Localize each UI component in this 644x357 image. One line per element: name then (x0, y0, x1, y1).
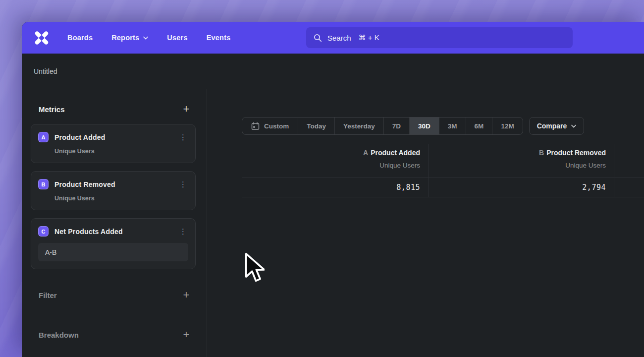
range-label: Today (307, 122, 326, 130)
metric-name: Product Added (371, 149, 420, 157)
metric-letter-badge: A (38, 132, 49, 142)
filter-label: Filter (39, 291, 57, 299)
add-metric-button[interactable]: + (181, 104, 192, 114)
range-7d[interactable]: 7D (383, 118, 409, 134)
metric-letter-badge: B (38, 179, 49, 189)
add-filter-button[interactable]: + (181, 290, 192, 300)
search-placeholder: Search (327, 34, 351, 42)
results-column-a: AProduct Added Unique Users 8,815 (242, 144, 429, 197)
nav-item-label: Users (167, 34, 187, 42)
range-label: 7D (392, 122, 401, 130)
search-shortcut-hint: ⌘ + K (359, 33, 379, 42)
range-6m[interactable]: 6M (466, 118, 492, 134)
date-range-toolbar: Custom Today Yesterday 7D 30D 3M 6M 12M … (242, 117, 644, 135)
calendar-icon (251, 122, 260, 130)
metric-letter: A (363, 149, 368, 157)
nav-item-label: Events (207, 34, 231, 42)
top-nav: Boards Reports Users Events (22, 22, 644, 54)
search-input[interactable]: Search ⌘ + K (306, 27, 573, 48)
compare-label: Compare (537, 122, 567, 130)
kebab-menu-icon[interactable]: ⋮ (178, 228, 188, 235)
query-sidebar: Metrics + A Product Added ⋮ Unique Users… (22, 89, 207, 357)
metric-letter: B (539, 149, 544, 157)
metric-measure: Unique Users (565, 161, 606, 170)
metric-name[interactable]: Net Products Added (54, 228, 172, 236)
metric-name[interactable]: Product Removed (54, 180, 172, 188)
metric-measure[interactable]: Unique Users (54, 195, 188, 202)
metric-value (614, 177, 644, 197)
nav-item-users[interactable]: Users (167, 34, 187, 42)
range-yesterday[interactable]: Yesterday (334, 118, 383, 134)
metric-card-c[interactable]: C Net Products Added ⋮ A-B (31, 218, 196, 269)
range-12m[interactable]: 12M (492, 118, 522, 134)
column-header: AProduct Added Unique Users (242, 144, 428, 177)
results-column-b: BProduct Removed Unique Users 2,794 (429, 144, 614, 197)
metrics-label: Metrics (39, 105, 65, 114)
range-30d[interactable]: 30D (409, 118, 439, 134)
mixpanel-logo-icon[interactable] (34, 31, 50, 45)
results-column-c (614, 144, 644, 197)
date-range-segmented-control: Custom Today Yesterday 7D 30D 3M 6M 12M (242, 117, 523, 135)
range-label: 6M (475, 122, 484, 130)
metric-name: Product Removed (546, 149, 606, 157)
report-main-panel: Custom Today Yesterday 7D 30D 3M 6M 12M … (207, 89, 644, 357)
range-label: Custom (264, 122, 289, 130)
nav-item-boards[interactable]: Boards (67, 34, 93, 42)
metric-card-a[interactable]: A Product Added ⋮ Unique Users (31, 124, 196, 163)
metric-value: 2,794 (429, 177, 614, 197)
range-today[interactable]: Today (298, 118, 334, 134)
range-label: 12M (501, 122, 514, 130)
report-title[interactable]: Untitled (34, 67, 57, 75)
search-icon (314, 34, 322, 42)
chevron-down-icon (143, 36, 148, 40)
compare-button[interactable]: Compare (529, 117, 585, 135)
metric-name[interactable]: Product Added (54, 133, 172, 141)
metric-measure[interactable]: Unique Users (54, 148, 188, 155)
nav-items: Boards Reports Users Events (67, 34, 230, 42)
kebab-menu-icon[interactable]: ⋮ (178, 133, 188, 141)
kebab-menu-icon[interactable]: ⋮ (178, 180, 188, 188)
nav-item-label: Boards (67, 34, 93, 42)
chevron-down-icon (571, 124, 576, 128)
breakdown-section: Breakdown + (31, 327, 196, 343)
metric-letter-badge: C (38, 226, 49, 237)
range-label: 30D (418, 122, 430, 130)
add-breakdown-button[interactable]: + (181, 330, 192, 340)
range-3m[interactable]: 3M (439, 118, 466, 134)
app-window: Boards Reports Users Events (22, 22, 644, 357)
metric-value: 8,815 (242, 177, 428, 197)
metric-measure: Unique Users (379, 161, 420, 170)
column-header (614, 144, 644, 177)
results-table: AProduct Added Unique Users 8,815 BProdu… (242, 144, 644, 197)
metric-card-b[interactable]: B Product Removed ⋮ Unique Users (31, 171, 196, 210)
nav-item-label: Reports (111, 34, 139, 42)
filter-section: Filter + (31, 287, 196, 303)
range-label: 3M (448, 122, 457, 130)
column-header: BProduct Removed Unique Users (429, 144, 614, 177)
metrics-header: Metrics + (31, 103, 196, 115)
range-label: Yesterday (343, 122, 375, 130)
report-title-bar: Untitled (22, 54, 644, 89)
nav-item-events[interactable]: Events (207, 34, 231, 42)
breakdown-label: Breakdown (39, 331, 79, 339)
range-custom[interactable]: Custom (242, 118, 298, 134)
formula-input[interactable]: A-B (38, 243, 188, 261)
nav-item-reports[interactable]: Reports (111, 34, 148, 42)
